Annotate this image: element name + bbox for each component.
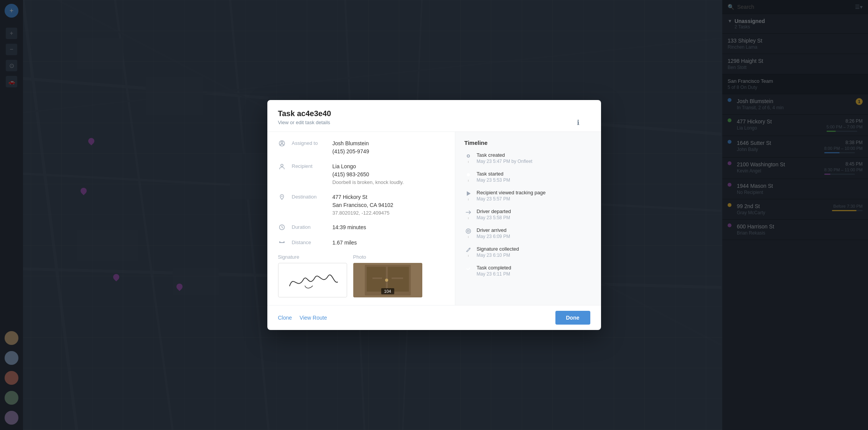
svg-point-19 <box>281 164 283 167</box>
timeline-icon-wrap-completed <box>464 265 472 277</box>
timeline-icon-arrived <box>464 227 472 235</box>
timeline-time-departed: May 23 5:58 PM <box>477 215 511 220</box>
assigned-to-value: Josh Blumstein (415) 205-9749 <box>333 140 369 156</box>
modal-header-wrap: Task ac4e3e40 View or edit task details … <box>278 109 590 125</box>
timeline-icon-wrap-started <box>464 171 472 183</box>
svg-marker-32 <box>467 191 471 196</box>
timeline-item-viewed: Recipient viewed tracking page May 23 5:… <box>464 190 592 202</box>
modal-title: Task ac4e3e40 <box>278 109 590 118</box>
photo-box: 104 <box>353 263 422 297</box>
duration-label: Duration <box>292 223 326 230</box>
modal-subtitle: View or edit task details <box>278 120 590 125</box>
timeline-line-departed <box>468 217 469 219</box>
timeline-time-viewed: May 23 5:57 PM <box>477 196 546 202</box>
timeline-icon-started <box>464 171 472 179</box>
recipient-value: Lia Longo (415) 983-2650 Doorbell is bro… <box>333 162 404 186</box>
timeline-item-arrived: Driver arrived May 23 6:09 PM <box>464 227 592 239</box>
recipient-name: Lia Longo <box>333 162 404 171</box>
svg-rect-24 <box>283 241 285 242</box>
timeline-content-completed: Task completed May 23 6:11 PM <box>477 265 511 277</box>
timeline-time-completed: May 23 6:11 PM <box>477 271 511 277</box>
recipient-icon <box>278 163 286 171</box>
distance-icon <box>278 240 286 247</box>
destination-street: 477 Hickory St <box>333 193 394 201</box>
timeline-item-started: Task started May 23 5:53 PM <box>464 171 592 183</box>
done-button[interactable]: Done <box>555 311 590 325</box>
media-row: 104 <box>278 263 444 297</box>
timeline-event-viewed: Recipient viewed tracking page <box>477 190 546 195</box>
modal-header: Task ac4e3e40 View or edit task details … <box>267 100 601 132</box>
destination-city: San Francisco, CA 94102 <box>333 201 394 209</box>
distance-value: 1.67 miles <box>333 239 357 247</box>
timeline-time-created: May 23 5:47 PM by Onfleet <box>477 159 532 164</box>
recipient-row: Recipient Lia Longo (415) 983-2650 Doorb… <box>278 162 444 186</box>
clock-icon <box>278 224 286 232</box>
timeline-content-viewed: Recipient viewed tracking page May 23 5:… <box>477 190 546 202</box>
timeline-title: Timeline <box>464 140 592 146</box>
timeline-line-created <box>468 161 469 163</box>
svg-rect-23 <box>279 241 280 242</box>
distance-row: Distance 1.67 miles <box>278 239 444 247</box>
duration-value: 14:39 minutes <box>333 223 366 231</box>
timeline-event-created: Task created <box>477 152 532 158</box>
timeline-time-arrived: May 23 6:09 PM <box>477 234 510 239</box>
clone-button[interactable]: Clone <box>278 315 292 321</box>
timeline-event-arrived: Driver arrived <box>477 227 510 233</box>
svg-point-18 <box>281 142 283 144</box>
info-icon[interactable]: ℹ <box>577 118 580 127</box>
signature-svg <box>282 267 343 294</box>
timeline-event-departed: Driver departed <box>477 208 511 214</box>
timeline-icon-wrap-created <box>464 152 472 164</box>
destination-coords: 37.8020192, -122.409475 <box>333 209 394 217</box>
media-labels-row: Signature Photo <box>278 254 444 263</box>
timeline-event-completed: Task completed <box>477 265 511 271</box>
timeline-item-created: Task created May 23 5:47 PM by Onfleet <box>464 152 592 164</box>
timeline-line-signature <box>468 255 469 257</box>
destination-icon <box>278 194 286 202</box>
timeline-icon-viewed <box>464 190 472 197</box>
destination-value: 477 Hickory St San Francisco, CA 94102 3… <box>333 193 394 217</box>
footer-left-buttons: Clone View Route <box>278 315 327 321</box>
assigned-to-label: Assigned to <box>292 140 326 146</box>
modal-footer: Clone View Route Done <box>267 305 601 330</box>
svg-rect-30 <box>372 277 382 279</box>
assigned-phone: (415) 205-9749 <box>333 148 369 156</box>
view-route-button[interactable]: View Route <box>300 315 327 321</box>
timeline-content-created: Task created May 23 5:47 PM by Onfleet <box>477 152 532 164</box>
timeline-line-started <box>468 180 469 182</box>
modal-overlay: Task ac4e3e40 View or edit task details … <box>0 0 868 430</box>
timeline-icon-wrap-signature <box>464 246 472 258</box>
timeline-item-departed: Driver departed May 23 5:58 PM <box>464 208 592 220</box>
timeline-icon-created <box>464 152 472 160</box>
photo-number-tag: 104 <box>381 288 394 294</box>
svg-point-34 <box>467 230 469 232</box>
timeline-event-started: Task started <box>477 171 510 177</box>
timeline-event-signature: Signature collected <box>477 246 519 252</box>
duration-row: Duration 14:39 minutes <box>278 223 444 232</box>
person-circle-icon <box>278 140 286 148</box>
modal-details: Assigned to Josh Blumstein (415) 205-974… <box>267 132 455 305</box>
modal-body: Assigned to Josh Blumstein (415) 205-974… <box>267 132 601 305</box>
recipient-note: Doorbell is broken, knock loudly. <box>333 179 404 186</box>
svg-point-20 <box>281 195 282 197</box>
task-modal: Task ac4e3e40 View or edit task details … <box>267 100 601 330</box>
recipient-label: Recipient <box>292 162 326 169</box>
svg-rect-22 <box>279 242 285 243</box>
timeline-line-arrived <box>468 236 469 238</box>
timeline-time-signature: May 23 6:10 PM <box>477 253 519 258</box>
timeline-icon-wrap-departed <box>464 208 472 220</box>
destination-label: Destination <box>292 193 326 200</box>
recipient-phone: (415) 983-2650 <box>333 171 404 179</box>
signature-label: Signature <box>278 254 347 260</box>
distance-label: Distance <box>292 239 326 245</box>
modal-timeline: Timeline Task created May 23 5:47 PM by … <box>455 132 601 305</box>
timeline-content-departed: Driver departed May 23 5:58 PM <box>477 208 511 220</box>
svg-rect-31 <box>392 277 403 279</box>
signature-box <box>278 263 347 297</box>
photo-label: Photo <box>353 254 422 260</box>
timeline-icon-wrap-viewed <box>464 190 472 202</box>
timeline-content-arrived: Driver arrived May 23 6:09 PM <box>477 227 510 239</box>
timeline-icon-departed <box>464 208 472 216</box>
timeline-item-completed: Task completed May 23 6:11 PM <box>464 265 592 277</box>
timeline-icon-signature <box>464 246 472 254</box>
